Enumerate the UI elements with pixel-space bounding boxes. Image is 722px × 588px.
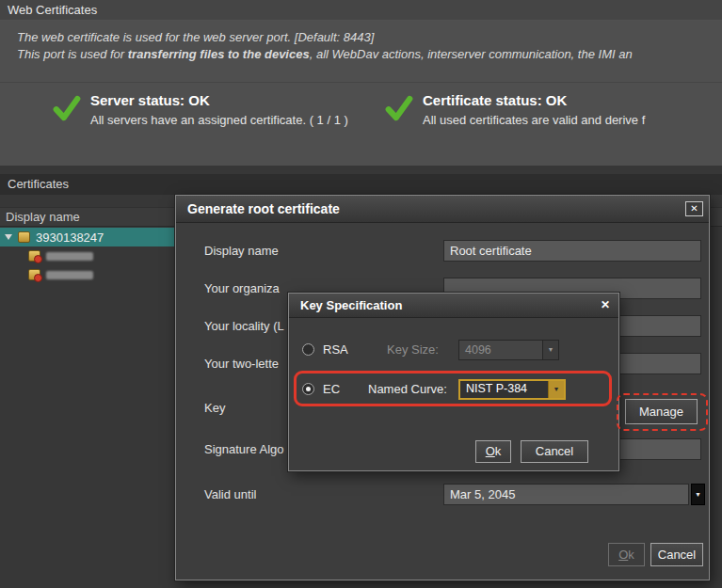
annotation-ec-highlight <box>294 371 612 406</box>
chevron-down-icon: ▼ <box>695 491 701 498</box>
cancel-button[interactable]: Cancel <box>521 440 588 463</box>
certificates-section-header: Certificates <box>0 174 722 195</box>
rsa-radio-label: RSA <box>323 340 348 360</box>
server-status-detail: All servers have an assigned certificate… <box>90 113 348 127</box>
tree-item-root-label: 3930138247 <box>36 230 104 245</box>
display-name-row: Display name Root certificate <box>176 240 709 264</box>
ok-button[interactable]: Ok <box>608 543 645 566</box>
locality-label: Your locality (L <box>204 315 284 338</box>
display-name-label: Display name <box>204 240 279 262</box>
key-size-label: Key Size: <box>387 340 439 360</box>
dialog-titlebar: Generate root certificate ✕ <box>176 196 709 223</box>
info-line-1: The web certificate is used for the web … <box>17 29 722 46</box>
certificate-icon <box>18 231 30 243</box>
server-ok-check-icon <box>52 94 82 122</box>
key-label: Key <box>204 397 225 420</box>
info-panel: The web certificate is used for the web … <box>0 21 722 83</box>
expander-icon[interactable] <box>5 234 12 240</box>
certificate-icon <box>28 269 40 280</box>
valid-until-row: Valid until Mar 5, 2045 ▼ <box>176 484 709 508</box>
certificates-section-title: Certificates <box>8 177 69 191</box>
organization-label: Your organiza <box>204 278 280 300</box>
chevron-down-icon: ▼ <box>542 341 558 359</box>
page-title: Web Certificates <box>8 3 97 17</box>
dialog-titlebar: Key Specification ✕ <box>289 294 618 318</box>
display-name-input[interactable]: Root certificate <box>443 240 701 262</box>
certificate-status-detail: All used certificates are valid and deri… <box>423 113 645 127</box>
signature-algorithm-label: Signature Algo <box>204 438 284 461</box>
valid-until-input[interactable]: Mar 5, 2045 <box>443 484 689 505</box>
ok-button[interactable]: Ok <box>475 440 511 463</box>
certificate-ok-check-icon <box>384 94 414 122</box>
dialog-title: Key Specification <box>300 298 402 312</box>
valid-until-dropdown-button[interactable]: ▼ <box>691 484 705 505</box>
rsa-row: RSA Key Size: 4096 ▼ <box>289 340 618 360</box>
key-size-select[interactable]: 4096 ▼ <box>458 340 559 360</box>
window-titlebar: Web Certificates <box>0 0 722 21</box>
certificate-status-title: Certificate status: OK <box>423 92 645 108</box>
rsa-radio[interactable] <box>302 343 314 356</box>
server-status: Server status: OK All servers have an as… <box>52 92 348 127</box>
close-icon[interactable]: ✕ <box>685 201 703 216</box>
certificate-icon <box>28 250 40 262</box>
country-label: Your two-lette <box>204 353 279 375</box>
dialog-title: Generate root certificate <box>187 201 340 216</box>
server-status-title: Server status: OK <box>90 92 348 108</box>
annotation-manage-highlight <box>617 393 708 431</box>
cancel-button[interactable]: Cancel <box>650 543 703 566</box>
close-icon[interactable]: ✕ <box>601 297 610 312</box>
certificate-status: Certificate status: OK All used certific… <box>384 92 645 127</box>
redacted-label <box>46 252 93 261</box>
valid-until-label: Valid until <box>204 484 256 506</box>
web-certificates-screen: Web Certificates The web certificate is … <box>0 0 722 588</box>
status-panel: Server status: OK All servers have an as… <box>0 83 722 166</box>
info-line-2: This port is used for transferring files… <box>17 46 722 63</box>
redacted-label <box>46 271 93 279</box>
